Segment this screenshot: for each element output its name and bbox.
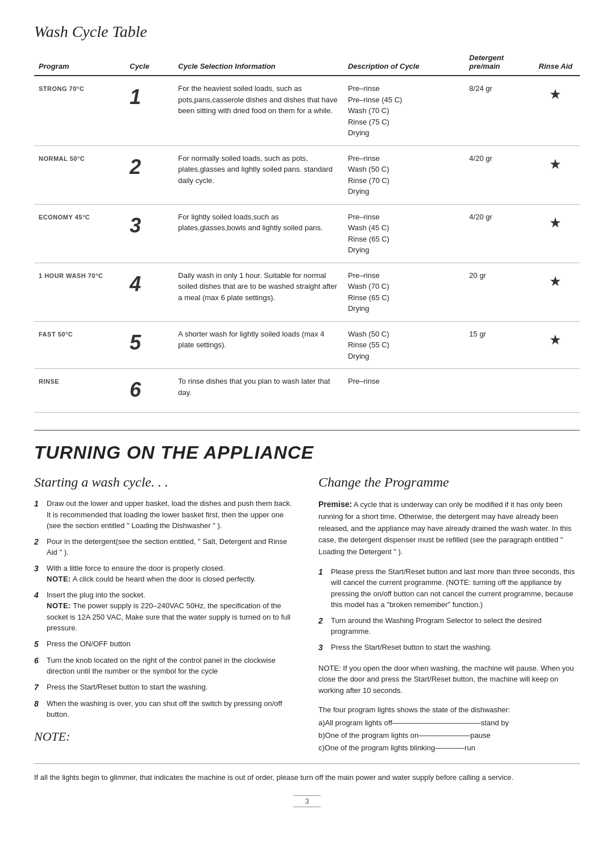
detergent-cell <box>464 369 531 413</box>
rinse-aid-star-icon: ★ <box>549 332 562 347</box>
desc-cell: Pre–rinse Pre–rinse (45 C) Wash (70 C) R… <box>343 76 464 146</box>
step-text: Draw out the lower and upper basket, loa… <box>47 498 296 531</box>
program-cell: ECONOMY 45°C <box>34 204 125 263</box>
desc-cell: Wash (50 C) Rinse (55 C) Drying <box>343 321 464 369</box>
detergent-cell: 4/20 gr <box>464 146 531 204</box>
starting-wash-title: Starting a wash cycle. . . <box>34 475 296 490</box>
step-number: 2 <box>318 615 331 627</box>
list-item: 2Pour in the detergent(see the section e… <box>34 536 296 558</box>
wash-cycle-table: Program Cycle Cycle Selection Informatio… <box>34 50 580 413</box>
desc-cell: Pre–rinse Wash (70 C) Rinse (65 C) Dryin… <box>343 263 464 321</box>
premise-paragraph: Premise: A cycle that is underway can on… <box>318 498 580 558</box>
step-text: Press the Start/Reset button to start th… <box>331 642 580 653</box>
csi-cell: For the heaviest soiled loads, such as p… <box>173 76 343 146</box>
header-program: Program <box>34 50 125 76</box>
change-programme-title: Change the Programme <box>318 475 580 490</box>
rinse-cell: ★ <box>532 321 580 369</box>
cycle-num-cell: 5 <box>125 321 173 369</box>
step-text: Turn around the Washing Program Selector… <box>331 615 580 637</box>
desc-cell: Pre–rinse Wash (50 C) Rinse (70 C) Dryin… <box>343 146 464 204</box>
table-row: STRONG 70°C1For the heaviest soiled load… <box>34 76 580 146</box>
rinse-aid-star-icon: ★ <box>549 215 562 230</box>
csi-cell: For normally soiled loads, such as pots,… <box>173 146 343 204</box>
cycle-num-cell: 2 <box>125 146 173 204</box>
table-row: 1 HOUR WASH 70°C4Daily wash in only 1 ho… <box>34 263 580 321</box>
detergent-cell: 20 gr <box>464 263 531 321</box>
rinse-aid-star-icon: ★ <box>549 273 562 289</box>
step-text: With a little force to ensure the door i… <box>47 563 296 585</box>
two-col-section: Starting a wash cycle. . . 1Draw out the… <box>34 475 580 754</box>
cycle-num-cell: 3 <box>125 204 173 263</box>
csi-cell: To rinse dishes that you plan to wash la… <box>173 369 343 413</box>
step-number: 1 <box>318 566 331 578</box>
change-programme-col: Change the Programme Premise: A cycle th… <box>318 475 580 754</box>
list-item: 1Please press the Start/Reset button and… <box>318 566 580 610</box>
list-item: 1Draw out the lower and upper basket, lo… <box>34 498 296 531</box>
rinse-aid-star-icon: ★ <box>549 156 562 172</box>
list-item: 5Press the ON/OFF button <box>34 638 296 650</box>
step-number: 4 <box>34 589 47 601</box>
list-item: 2Turn around the Washing Program Selecto… <box>318 615 580 637</box>
list-item: 3Press the Start/Reset button to start t… <box>318 642 580 654</box>
desc-cell: Pre–rinse <box>343 369 464 413</box>
list-item: 7Press the Start/Reset button to start t… <box>34 682 296 693</box>
step-text: When the washing is over, you can shut o… <box>47 698 296 720</box>
csi-cell: A shorter wash for lightly soiled loads … <box>173 321 343 369</box>
table-row: NORMAL 50°C2For normally soiled loads, s… <box>34 146 580 204</box>
rinse-cell: ★ <box>532 204 580 263</box>
step-text: Press the ON/OFF button <box>47 638 296 650</box>
step-number: 6 <box>34 655 47 667</box>
program-cell: NORMAL 50°C <box>34 146 125 204</box>
cycle-num-cell: 1 <box>125 76 173 146</box>
page-number-area: 3 <box>34 795 580 807</box>
list-item: 4Insert the plug into the socket.NOTE: T… <box>34 589 296 634</box>
step-text: Insert the plug into the socket.NOTE: Th… <box>47 589 296 634</box>
list-item: 6Turn the knob located on the right of t… <box>34 655 296 677</box>
step-number: 3 <box>318 642 331 654</box>
bottom-note: If all the lights begin to glimmer, that… <box>34 763 580 784</box>
table-row: FAST 50°C5A shorter wash for lightly soi… <box>34 321 580 369</box>
step-number: 8 <box>34 698 47 710</box>
list-item: 8When the washing is over, you can shut … <box>34 698 296 720</box>
starting-wash-col: Starting a wash cycle. . . 1Draw out the… <box>34 475 296 754</box>
program-cell: STRONG 70°C <box>34 76 125 146</box>
program-lights-intro: The four program lights shows the state … <box>318 704 580 716</box>
list-item: 3With a little force to ensure the door … <box>34 563 296 585</box>
note-heading: NOTE: <box>34 729 70 744</box>
program-cell: RINSE <box>34 369 125 413</box>
detergent-cell: 8/24 gr <box>464 76 531 146</box>
step-text: Press the Start/Reset button to start th… <box>47 682 296 693</box>
header-csi: Cycle Selection Information <box>173 50 343 76</box>
turning-on-heading: TURNING ON THE APPLIANCE <box>34 430 580 463</box>
desc-cell: Pre–rinse Wash (45 C) Rinse (65 C) Dryin… <box>343 204 464 263</box>
change-note1: NOTE: If you open the door when washing,… <box>318 663 580 696</box>
header-rinse: Rinse Aid <box>532 50 580 76</box>
csi-cell: For lightly soiled loads,such as plates,… <box>173 204 343 263</box>
csi-cell: Daily wash in only 1 hour. Suitable for … <box>173 263 343 321</box>
rinse-cell <box>532 369 580 413</box>
rinse-cell: ★ <box>532 76 580 146</box>
page-number: 3 <box>293 795 320 807</box>
rinse-cell: ★ <box>532 146 580 204</box>
detergent-cell: 15 gr <box>464 321 531 369</box>
note-section: NOTE: <box>34 729 296 744</box>
program-light-item: b)One of the program lights on———————pau… <box>318 729 580 742</box>
header-cycle: Cycle <box>125 50 173 76</box>
step-text: Pour in the detergent(see the section en… <box>47 536 296 558</box>
program-light-item: a)All program lights off————————————stan… <box>318 717 580 729</box>
step-number: 2 <box>34 536 47 548</box>
starting-steps-list: 1Draw out the lower and upper basket, lo… <box>34 498 296 720</box>
step-text: Please press the Start/Reset button and … <box>331 566 580 610</box>
detergent-cell: 4/20 gr <box>464 204 531 263</box>
change-steps-list: 1Please press the Start/Reset button and… <box>318 566 580 654</box>
header-det: Detergent pre/main <box>464 50 531 76</box>
wash-cycle-title: Wash Cycle Table <box>34 23 580 41</box>
step-number: 3 <box>34 563 47 575</box>
cycle-num-cell: 6 <box>125 369 173 413</box>
rinse-aid-star-icon: ★ <box>549 86 562 102</box>
table-row: ECONOMY 45°C3For lightly soiled loads,su… <box>34 204 580 263</box>
program-cell: 1 HOUR WASH 70°C <box>34 263 125 321</box>
change-note-box: NOTE: If you open the door when washing,… <box>318 663 580 754</box>
program-cell: FAST 50°C <box>34 321 125 369</box>
step-number: 7 <box>34 682 47 693</box>
